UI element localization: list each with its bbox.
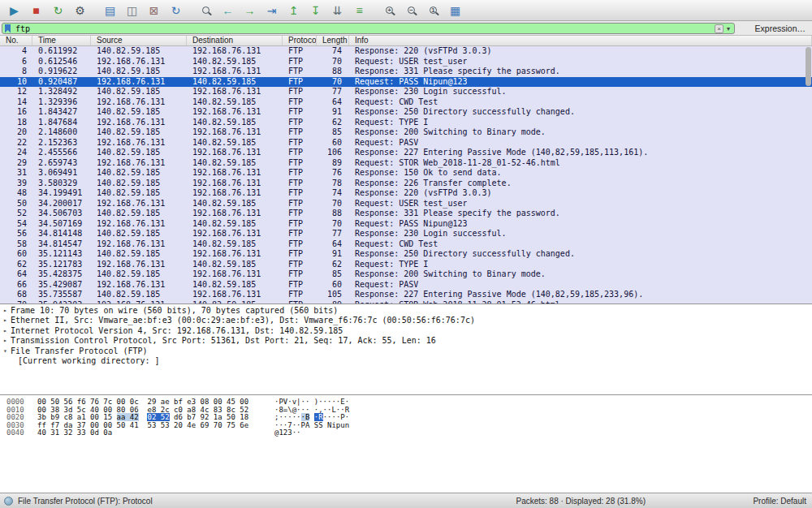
packet-cell-info: Response: 230 Login successful. bbox=[349, 229, 507, 239]
packet-row[interactable]: 121.328492140.82.59.185192.168.76.131FTP… bbox=[0, 87, 812, 97]
go-first-packet-icon[interactable]: ↥ bbox=[283, 2, 304, 19]
detail-line[interactable]: ▸Transmission Control Protocol, Src Port… bbox=[0, 336, 812, 346]
packet-list-scrollbar[interactable] bbox=[805, 46, 812, 304]
packet-list[interactable]: 40.611992140.82.59.185192.168.76.131FTP7… bbox=[0, 46, 812, 304]
packet-row[interactable]: 5434.507169192.168.76.131140.82.59.185FT… bbox=[0, 219, 812, 230]
column-header-no[interactable]: No. bbox=[0, 36, 32, 45]
hex-ascii: @123·· bbox=[274, 429, 301, 437]
zoom-original-icon[interactable]: 1 bbox=[422, 2, 444, 19]
packet-row[interactable]: 141.329396192.168.76.131140.82.59.185FTP… bbox=[0, 97, 812, 108]
zoom-in-icon[interactable]: + bbox=[378, 2, 400, 19]
find-packet-icon[interactable] bbox=[195, 2, 217, 19]
packet-cell-src: 140.82.59.185 bbox=[91, 269, 187, 280]
packet-row[interactable]: 6835.735587140.82.59.185192.168.76.131FT… bbox=[0, 290, 812, 300]
start-capture-icon[interactable]: ▶ bbox=[3, 2, 25, 19]
stop-capture-icon[interactable]: ■ bbox=[25, 2, 47, 19]
go-back-icon[interactable]: ← bbox=[217, 2, 239, 19]
packet-row[interactable]: 80.919622140.82.59.185192.168.76.131FTP8… bbox=[0, 67, 812, 77]
packet-row[interactable]: 40.611992140.82.59.185192.168.76.131FTP7… bbox=[0, 46, 812, 57]
auto-scroll-icon[interactable]: ⇊ bbox=[326, 2, 348, 19]
column-header-len[interactable]: Length bbox=[317, 36, 349, 45]
hex-offset: 0040 bbox=[6, 429, 24, 437]
packet-cell-proto: FTP bbox=[283, 179, 317, 189]
open-file-icon[interactable]: ▤ bbox=[99, 2, 121, 19]
column-header-src[interactable]: Source bbox=[91, 36, 187, 45]
go-last-packet-icon[interactable]: ↧ bbox=[304, 2, 326, 19]
colorize-icon[interactable]: ≡ bbox=[348, 2, 370, 19]
expert-info-icon[interactable] bbox=[4, 497, 13, 506]
packet-cell-no: 14 bbox=[0, 97, 32, 108]
packet-cell-len: 60 bbox=[317, 138, 349, 149]
packet-cell-time: 35.735587 bbox=[32, 290, 91, 300]
resize-columns-icon[interactable]: ▦ bbox=[444, 2, 466, 19]
restart-capture-icon[interactable]: ↻ bbox=[47, 2, 69, 19]
close-file-icon[interactable]: ⊠ bbox=[143, 2, 165, 19]
detail-line[interactable]: ▸Ethernet II, Src: Vmware_ae:bf:e3 (00:0… bbox=[0, 316, 812, 325]
detail-line[interactable]: ▸Frame 10: 70 bytes on wire (560 bits), … bbox=[0, 306, 812, 316]
packet-cell-info: Request: TYPE I bbox=[349, 118, 428, 128]
column-header-dst[interactable]: Destination bbox=[187, 36, 283, 45]
packet-cell-no: 50 bbox=[0, 199, 32, 209]
packet-cell-dst: 192.168.76.131 bbox=[187, 46, 283, 57]
packet-bytes-pane[interactable]: 000000 50 56 f6 76 7c 00 0c 29 ae bf e3 … bbox=[0, 394, 812, 493]
filter-dropdown-icon[interactable]: ▾ bbox=[727, 25, 730, 32]
expander-icon[interactable]: ▸ bbox=[0, 306, 11, 316]
packet-row[interactable]: 393.580329140.82.59.185192.168.76.131FTP… bbox=[0, 179, 812, 189]
packet-cell-no: 22 bbox=[0, 138, 32, 149]
expander-icon[interactable]: ▾ bbox=[0, 347, 11, 356]
capture-options-icon[interactable]: ⚙ bbox=[69, 2, 91, 19]
packet-cell-proto: FTP bbox=[283, 127, 317, 138]
packet-row[interactable]: 5834.814547192.168.76.131140.82.59.185FT… bbox=[0, 239, 812, 250]
packet-row[interactable]: 5634.814148140.82.59.185192.168.76.131FT… bbox=[0, 229, 812, 239]
hex-ascii-segment: ·B bbox=[301, 413, 310, 421]
packet-row[interactable]: 4834.199491140.82.59.185192.168.76.131FT… bbox=[0, 188, 812, 199]
expander-icon[interactable]: ▸ bbox=[0, 316, 11, 325]
reload-file-icon[interactable]: ↻ bbox=[165, 2, 187, 19]
packet-row[interactable]: 5234.506703140.82.59.185192.168.76.131FT… bbox=[0, 209, 812, 219]
packet-cell-proto: FTP bbox=[283, 138, 317, 149]
filter-bookmark-icon[interactable] bbox=[5, 24, 11, 33]
packet-row[interactable]: 202.148600140.82.59.185192.168.76.131FTP… bbox=[0, 127, 812, 138]
packet-row[interactable]: 5034.200017192.168.76.131140.82.59.185FT… bbox=[0, 199, 812, 209]
packet-cell-time: 34.506703 bbox=[32, 209, 91, 219]
display-filter-input[interactable]: ftp × ▾ bbox=[2, 23, 735, 34]
filter-text[interactable]: ftp bbox=[15, 24, 715, 33]
packet-row[interactable]: 6635.429087192.168.76.131140.82.59.185FT… bbox=[0, 280, 812, 291]
save-file-icon[interactable]: ◫ bbox=[121, 2, 143, 19]
packet-cell-len: 70 bbox=[317, 77, 349, 88]
zoom-out-icon[interactable]: − bbox=[400, 2, 422, 19]
detail-line[interactable]: [Current working directory: ] bbox=[0, 356, 812, 366]
scrollbar-thumb[interactable] bbox=[806, 47, 811, 86]
expander-icon[interactable]: ▸ bbox=[0, 326, 11, 336]
filter-clear-icon[interactable]: × bbox=[715, 24, 723, 33]
hex-row[interactable]: 004040 31 32 33 0d 0a@123·· bbox=[0, 429, 812, 437]
packet-row[interactable]: 60.612546192.168.76.131140.82.59.185FTP7… bbox=[0, 57, 812, 67]
packet-row[interactable]: 6435.428375140.82.59.185192.168.76.131FT… bbox=[0, 269, 812, 280]
packet-row[interactable]: 242.455566140.82.59.185192.168.76.131FTP… bbox=[0, 148, 812, 158]
detail-line[interactable]: ▾File Transfer Protocol (FTP) bbox=[0, 347, 812, 356]
packet-cell-no: 68 bbox=[0, 290, 32, 300]
hex-row[interactable]: 0030ff f7 da 37 00 00 50 41 53 53 20 4e … bbox=[0, 422, 812, 430]
packet-row[interactable]: 6035.121143140.82.59.185192.168.76.131FT… bbox=[0, 249, 812, 260]
packet-cell-len: 62 bbox=[317, 118, 349, 128]
packet-row[interactable]: 181.847684192.168.76.131140.82.59.185FTP… bbox=[0, 118, 812, 128]
packet-row[interactable]: 100.920487192.168.76.131140.82.59.185FTP… bbox=[0, 77, 812, 88]
column-header-time[interactable]: Time bbox=[32, 36, 91, 45]
expander-icon[interactable]: ▸ bbox=[0, 336, 11, 346]
expression-button[interactable]: Expression… bbox=[755, 24, 806, 33]
packet-cell-info: Request: CWD Test bbox=[349, 97, 438, 108]
packet-row[interactable]: 161.843427140.82.59.185192.168.76.131FTP… bbox=[0, 107, 812, 118]
packet-row[interactable]: 313.069491140.82.59.185192.168.76.131FTP… bbox=[0, 168, 812, 179]
packet-cell-src: 192.168.76.131 bbox=[91, 239, 187, 250]
column-header-info[interactable]: Info bbox=[349, 36, 812, 45]
packet-details-pane[interactable]: ▸Frame 10: 70 bytes on wire (560 bits), … bbox=[0, 304, 812, 394]
go-forward-icon[interactable]: → bbox=[239, 2, 261, 19]
detail-line[interactable]: ▸Internet Protocol Version 4, Src: 192.1… bbox=[0, 326, 812, 336]
packet-row[interactable]: 222.152363192.168.76.131140.82.59.185FTP… bbox=[0, 138, 812, 149]
column-header-proto[interactable]: Protocol bbox=[283, 36, 317, 45]
packet-row[interactable]: 6235.121783192.168.76.131140.82.59.185FT… bbox=[0, 260, 812, 270]
go-to-packet-icon[interactable]: ⇥ bbox=[261, 2, 283, 19]
packet-cell-no: 39 bbox=[0, 179, 32, 189]
status-profile[interactable]: Profile: Default bbox=[753, 497, 806, 506]
packet-row[interactable]: 292.659743192.168.76.131140.82.59.185FTP… bbox=[0, 158, 812, 169]
